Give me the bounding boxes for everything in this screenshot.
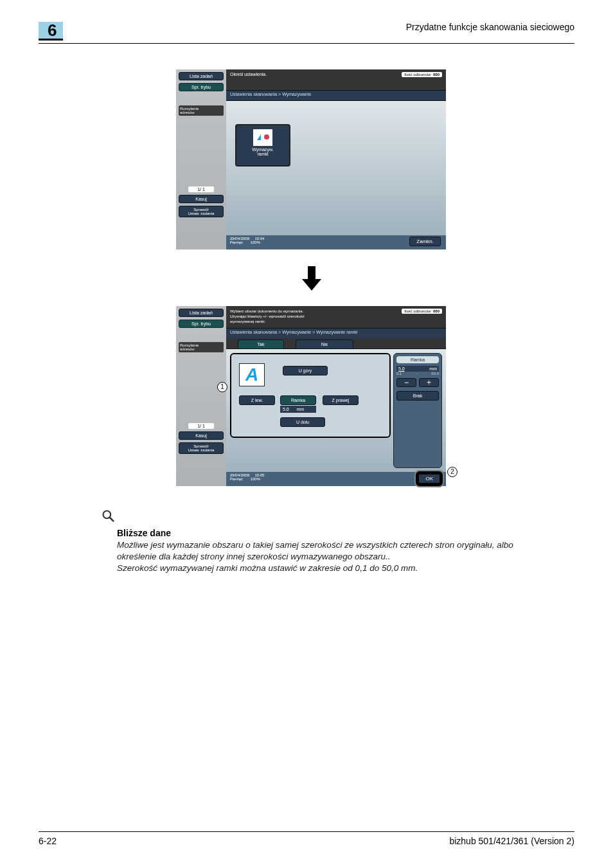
- range-hint: 0.1 - 50.0: [396, 372, 439, 375]
- btn-check-job-settings[interactable]: Sprawdź Ustaw. zadania: [179, 442, 224, 454]
- recipients-label: Ilość odbiorców: [404, 309, 431, 313]
- page-indicator: 1/ 1: [188, 423, 214, 429]
- btn-frame[interactable]: Ramka: [280, 395, 316, 405]
- value-unit: mm: [429, 366, 437, 371]
- recipients-badge: Ilość odbiorców 000: [402, 72, 442, 77]
- recipients-badge: Ilość odbiorców 000: [402, 309, 442, 314]
- value-panel-header: Ramka: [396, 356, 439, 363]
- footer-product: bizhub 501/421/361 (Version 2): [449, 836, 574, 846]
- frame-value: 5.0: [283, 407, 289, 411]
- breadcrumb: Ustawienia skanowania > Wymazywanie > Wy…: [226, 328, 446, 338]
- frame-value-readout: 5.0 mm: [280, 406, 316, 413]
- detail-body: Możliwe jest wymazanie obszaru o takiej …: [117, 539, 551, 575]
- callout-2: 2: [447, 467, 458, 477]
- btn-top[interactable]: U góry: [283, 366, 328, 375]
- page-indicator: 1/ 1: [188, 186, 214, 192]
- value-number: 5.0: [398, 366, 405, 371]
- value-row: 5.0 mm: [396, 366, 439, 372]
- plus-button[interactable]: +: [419, 378, 439, 387]
- range-min: 0.1: [396, 372, 402, 375]
- label-broadcast: Rozsyłanie adresów: [179, 105, 224, 116]
- breadcrumb: Ustawienia skanowania > Wymazywanie: [226, 90, 446, 100]
- status-mem: Pamięć: [230, 240, 243, 244]
- screenshot-panel-2: Lista zadań Spr. trybu Rozsyłanie adresó…: [176, 306, 446, 486]
- panel2-topbar: Wybierz obszar dokumentu do wymazania. U…: [226, 306, 446, 328]
- recipients-value: 000: [433, 309, 440, 313]
- erase-icon: [253, 129, 272, 146]
- recipients-label: Ilość odbiorców: [404, 73, 431, 77]
- panel2-main: Wybierz obszar dokumentu do wymazania. U…: [226, 306, 446, 472]
- panel1-message: Określ ustawienia.: [230, 72, 267, 77]
- btn-delete[interactable]: Kasuj: [179, 431, 224, 440]
- sidebar: Lista zadań Spr. trybu Rozsyłanie adresó…: [176, 69, 226, 249]
- sidebar: Lista zadań Spr. trybu Rozsyłanie adresó…: [176, 306, 226, 486]
- status-bar: 29/04/2008 10:04 Pamięć 100% Zamkn.: [226, 235, 446, 249]
- close-button[interactable]: Zamkn.: [409, 237, 441, 246]
- arrow-down-icon: [302, 266, 321, 292]
- chapter-number: 6: [39, 22, 63, 41]
- status-bar: 29/04/2008 10:05 Pamięć 100% OK: [226, 472, 446, 486]
- btn-delete[interactable]: Kasuj: [179, 195, 224, 203]
- panel1-content: Wymazyw. ramki: [226, 100, 446, 235]
- frame-unit: mm: [296, 407, 304, 411]
- tile-frame-erase[interactable]: Wymazyw. ramki: [235, 124, 290, 167]
- magnifier-icon: [102, 509, 114, 522]
- panel2-content: A U góry Z lew. Ramka 5.0 mm Z prawej U …: [226, 348, 446, 472]
- callout-1: 1: [217, 382, 227, 392]
- ok-button[interactable]: OK: [418, 473, 441, 484]
- value-panel: Ramka 5.0 mm 0.1 - 50.0 − + Brak: [393, 353, 442, 468]
- screenshot-panel-1: Lista zadań Spr. trybu Rozsyłanie adresó…: [176, 69, 446, 249]
- btn-job-list[interactable]: Lista zadań: [179, 72, 224, 80]
- page-title: Przydatne funkcje skanowania sieciowego: [406, 22, 574, 32]
- detail-heading: Bliższe dane: [117, 528, 551, 538]
- panel2-message: Wybierz obszar dokumentu do wymazania. U…: [230, 309, 305, 323]
- range-max: 50.0: [431, 372, 439, 375]
- status-mem: Pamięć: [230, 477, 243, 481]
- btn-job-list[interactable]: Lista zadań: [179, 309, 224, 317]
- panel1-topbar: Określ ustawienia. Ilość odbiorców 000: [226, 69, 446, 90]
- btn-check-job-settings[interactable]: Sprawdź Ustaw. zadania: [179, 206, 224, 217]
- btn-bottom[interactable]: U dołu: [280, 417, 325, 427]
- none-button[interactable]: Brak: [396, 391, 439, 401]
- status-pct: 100%: [251, 477, 260, 481]
- status-pct: 100%: [251, 240, 260, 244]
- range-sep: -: [416, 372, 417, 375]
- plus-minus-row: − +: [396, 378, 439, 387]
- preview-area: A U góry Z lew. Ramka 5.0 mm Z prawej U …: [230, 353, 391, 438]
- detail-section: Bliższe dane Możliwe jest wymazanie obsz…: [102, 509, 551, 575]
- tile-label: Wymazyw. ramki: [236, 147, 289, 156]
- btn-left[interactable]: Z lew.: [239, 395, 275, 405]
- minus-button[interactable]: −: [396, 378, 416, 387]
- recipients-value: 000: [433, 73, 440, 77]
- panel1-main: Określ ustawienia. Ilość odbiorców 000 U…: [226, 69, 446, 235]
- btn-check-mode[interactable]: Spr. trybu: [179, 83, 224, 91]
- a-preview-icon: A: [239, 363, 265, 386]
- btn-right[interactable]: Z prawej: [323, 395, 359, 405]
- footer-page-number: 6-22: [39, 836, 57, 846]
- svg-line-1: [110, 518, 114, 521]
- page-header: 6 Przydatne funkcje skanowania siecioweg…: [39, 22, 574, 44]
- btn-check-mode[interactable]: Spr. trybu: [179, 320, 224, 328]
- label-broadcast: Rozsyłanie adresów: [179, 342, 224, 352]
- page-footer: 6-22 bizhub 501/421/361 (Version 2): [39, 831, 574, 846]
